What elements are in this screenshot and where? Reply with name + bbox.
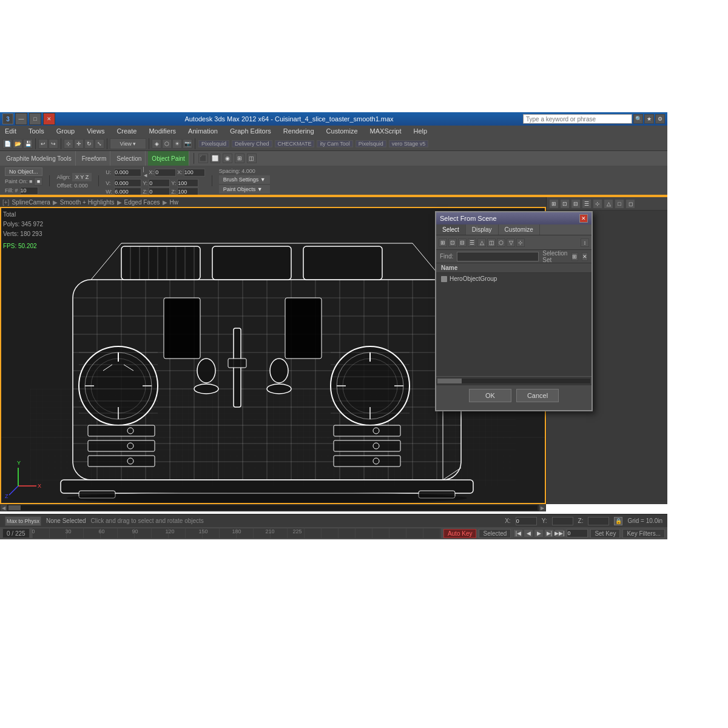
auto-key-btn[interactable]: Auto Key xyxy=(443,529,477,538)
dt-icon6[interactable]: ◫ xyxy=(487,238,496,247)
menu-views[interactable]: Views xyxy=(84,126,107,136)
move-icon[interactable]: ✛ xyxy=(74,139,84,149)
frame-counter[interactable] xyxy=(567,529,588,538)
find-input[interactable] xyxy=(457,252,539,261)
menu-edit[interactable]: Edit xyxy=(2,126,19,136)
scale-icon[interactable]: ⤡ xyxy=(95,139,104,149)
dialog-tab-customize[interactable]: Customize xyxy=(499,224,540,235)
bookmark-checkmate[interactable]: CHECKMATE xyxy=(275,140,315,147)
bookmark-vero[interactable]: vero Stage v5 xyxy=(389,140,429,147)
settings-icon[interactable]: ⚙ xyxy=(655,114,665,124)
paint-tool-2[interactable]: ⬜ xyxy=(211,153,220,163)
paint-objects-btn[interactable]: Paint Objects ▼ xyxy=(219,185,270,194)
menu-create[interactable]: Create xyxy=(114,126,139,136)
prev-frame-btn[interactable]: ◀ xyxy=(524,529,533,538)
dialog-close-btn[interactable]: ✕ xyxy=(579,214,588,223)
material-icon[interactable]: ⬡ xyxy=(162,139,172,149)
search-icon[interactable]: 🔍 xyxy=(633,114,643,124)
bookmark-cam-tool[interactable]: ity Cam Tool xyxy=(317,140,352,147)
menu-animation[interactable]: Animation xyxy=(186,126,220,136)
menu-customize[interactable]: Customize xyxy=(324,126,360,136)
menu-tools[interactable]: Tools xyxy=(26,126,47,136)
vp-expand-btn[interactable]: [+] xyxy=(2,199,9,206)
rp-icon4[interactable]: ☰ xyxy=(582,199,592,209)
dialog-list-item-0[interactable]: HeroObjectGroup xyxy=(436,274,592,283)
rotate-icon[interactable]: ↻ xyxy=(84,139,94,149)
dialog-scrollbar-h[interactable] xyxy=(436,376,592,385)
paint-tool-5[interactable]: ◫ xyxy=(247,153,257,163)
menu-modifiers[interactable]: Modifiers xyxy=(146,126,178,136)
paint-on-icon[interactable]: ■ xyxy=(34,177,42,186)
goto-start-btn[interactable]: |◀ xyxy=(513,529,523,538)
undo-icon[interactable]: ↩ xyxy=(38,139,48,149)
fill-input[interactable] xyxy=(20,187,38,195)
new-icon[interactable]: 📄 xyxy=(2,139,12,149)
set-key-btn[interactable]: Set Key xyxy=(590,529,620,538)
key-filters-btn[interactable]: Key Filters... xyxy=(622,529,665,538)
y-coord-input[interactable] xyxy=(552,517,573,525)
dt-icon9[interactable]: ⊹ xyxy=(516,238,525,247)
menu-maxscript[interactable]: MAXScript xyxy=(368,126,404,136)
goto-end-btn[interactable]: ▶▶| xyxy=(554,529,564,538)
menu-rendering[interactable]: Rendering xyxy=(281,126,317,136)
dt-icon5[interactable]: △ xyxy=(477,238,486,247)
find-icon1[interactable]: ⊞ xyxy=(571,252,578,261)
save-icon[interactable]: 💾 xyxy=(23,139,33,149)
bookmark-pixelsquid2[interactable]: Pixelsquid xyxy=(356,140,386,147)
dialog-tab-display[interactable]: Display xyxy=(466,224,499,235)
max-to-physx-btn[interactable]: Max to Physx xyxy=(5,516,41,526)
search-input[interactable] xyxy=(523,114,632,124)
timeline-ruler[interactable]: 0 30 60 90 120 150 180 210 225 xyxy=(32,528,441,538)
camera-icon[interactable]: 📷 xyxy=(183,139,192,149)
brush-settings-btn[interactable]: Brush Settings ▼ xyxy=(219,175,270,184)
dt-icon3[interactable]: ⊟ xyxy=(458,238,467,247)
dialog-tab-select[interactable]: Select xyxy=(436,224,466,235)
render-icon[interactable]: ◈ xyxy=(152,139,161,149)
dt-icon8[interactable]: ▽ xyxy=(507,238,515,247)
minimize-button[interactable]: — xyxy=(15,113,27,125)
play-btn[interactable]: ▶ xyxy=(534,529,544,538)
dialog-list[interactable]: HeroObjectGroup xyxy=(436,273,592,376)
menu-group[interactable]: Group xyxy=(54,126,78,136)
ypct-input[interactable] xyxy=(177,179,198,187)
menu-graph-editors[interactable]: Graph Editors xyxy=(228,126,274,136)
paint-tool-3[interactable]: ◉ xyxy=(223,153,232,163)
dt-icon10[interactable]: ↕ xyxy=(581,238,589,247)
rp-icon5[interactable]: ⊹ xyxy=(593,199,602,209)
x-input[interactable] xyxy=(155,169,176,177)
vp-smooth[interactable]: Smooth + Highlights xyxy=(60,199,115,206)
light-icon[interactable]: ☀ xyxy=(172,139,182,149)
menu-help[interactable]: Help xyxy=(411,126,430,136)
scrollbar-thumb[interactable] xyxy=(437,379,462,383)
paint-tool-1[interactable]: ⬛ xyxy=(198,153,208,163)
rp-icon2[interactable]: ⊡ xyxy=(560,199,570,209)
dt-icon2[interactable]: ⊡ xyxy=(448,238,457,247)
x-coord-input[interactable] xyxy=(516,517,537,525)
star-icon[interactable]: ★ xyxy=(644,114,654,124)
paint-tool-4[interactable]: ⊞ xyxy=(235,153,244,163)
bookmark-delivery[interactable]: Delivery Ched xyxy=(232,140,272,147)
rp-icon1[interactable]: ⊞ xyxy=(549,199,559,209)
dt-icon7[interactable]: ⬡ xyxy=(497,238,505,247)
vp-hw[interactable]: Hw xyxy=(170,199,178,206)
find-icon2[interactable]: ✕ xyxy=(582,252,588,261)
dt-icon4[interactable]: ☰ xyxy=(468,238,476,247)
dialog-cancel-button[interactable]: Cancel xyxy=(516,389,559,402)
maximize-button[interactable]: □ xyxy=(29,113,41,125)
tl-arrow-left[interactable]: ◀ xyxy=(0,504,7,511)
dialog-ok-button[interactable]: OK xyxy=(469,389,511,402)
vp-edged[interactable]: Edged Faces xyxy=(124,199,160,206)
close-button[interactable]: ✕ xyxy=(43,113,55,125)
redo-icon[interactable]: ↪ xyxy=(49,139,58,149)
z-coord-input[interactable] xyxy=(588,517,609,525)
tl-thumb[interactable] xyxy=(8,505,21,510)
dt-icon1[interactable]: ⊞ xyxy=(439,238,447,247)
select-icon[interactable]: ⊹ xyxy=(64,139,73,149)
vp-spinecamera[interactable]: SplineCamera xyxy=(12,199,50,206)
open-icon[interactable]: 📂 xyxy=(13,139,22,149)
reference-dropdown[interactable]: View ▾ xyxy=(110,138,146,149)
rp-icon3[interactable]: ⊟ xyxy=(571,199,581,209)
v-input[interactable] xyxy=(114,179,141,187)
u-input[interactable] xyxy=(114,169,141,177)
rp-icon6[interactable]: △ xyxy=(604,199,613,209)
